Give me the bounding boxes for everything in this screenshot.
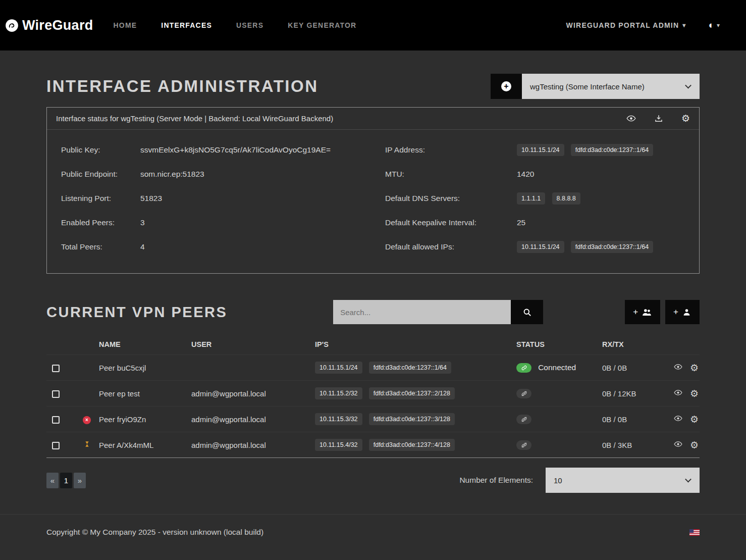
pagination-row: « 1 » Number of Elements: 10 (46, 468, 700, 493)
row-checkbox[interactable] (52, 416, 60, 424)
interface-settings-button[interactable]: ⚙ (681, 114, 690, 123)
add-interface-button[interactable]: + (491, 74, 522, 99)
peer-settings-button[interactable]: ⚙ (690, 440, 699, 450)
interface-status-title: Interface status for wgTesting (Server M… (56, 114, 333, 123)
view-peer-button[interactable] (674, 414, 682, 423)
table-row: Peer buC5cxjl 10.11.15.1/24 fdfd:d3ad:c0… (46, 355, 700, 381)
view-peer-button[interactable] (674, 363, 682, 371)
theme-toggle-icon: ◐ (708, 20, 714, 31)
peer-ip-badge: fdfd:d3ad:c0de:1237::2/128 (369, 387, 455, 399)
search-group (333, 300, 543, 324)
peer-name: Peer fryiO9Zn (99, 406, 191, 432)
plus-circle-icon: + (501, 81, 511, 91)
table-row: × Peer fryiO9Zn admin@wgportal.local 10.… (46, 406, 700, 432)
view-peer-button[interactable] (674, 440, 682, 448)
ip-address-label: IP Address: (385, 145, 517, 155)
plus-icon: + (673, 307, 678, 317)
user-dropdown[interactable]: WIREGUARD PORTAL ADMIN ▾ (566, 21, 686, 29)
view-peer-button[interactable] (674, 388, 682, 397)
peer-rxtx: 0B / 0B (602, 406, 665, 432)
allowed-ip-badge: 10.11.15.1/24 (517, 241, 564, 253)
table-row: Peer ep test admin@wgportal.local 10.11.… (46, 381, 700, 406)
add-multiple-peers-button[interactable]: + (625, 300, 660, 324)
eye-icon (674, 414, 682, 423)
dns-badge: 8.8.8.8 (552, 192, 580, 205)
column-header-user: USER (191, 333, 315, 355)
nav-item-key-generator[interactable]: KEY GENERATOR (276, 21, 368, 29)
multiple-users-icon (642, 307, 652, 318)
interface-status-card: Interface status for wgTesting (Server M… (46, 107, 700, 274)
search-input[interactable] (333, 300, 511, 324)
peer-ip-badge: 10.11.15.3/32 (315, 413, 362, 425)
allowed-ips-label: Default allowed IPs: (385, 242, 517, 251)
interface-select-value: wgTesting (Some Interface Name) (530, 82, 645, 91)
peer-user: admin@wgportal.local (191, 381, 315, 406)
search-icon (522, 308, 532, 317)
allowed-ip-badge: fdfd:d3ad:c0de:1237::1/64 (571, 241, 653, 253)
public-key-value: ssvmEelxG+k8jsNO5G7cq5r/Ak7liCodAvOyoCg1… (140, 145, 331, 155)
peer-settings-button[interactable]: ⚙ (690, 389, 699, 398)
interface-select[interactable]: wgTesting (Some Interface Name) (522, 74, 700, 99)
eye-icon (674, 363, 682, 371)
row-checkbox[interactable] (52, 442, 60, 449)
listening-port-label: Listening Port: (61, 194, 140, 203)
interface-controls: + wgTesting (Some Interface Name) (491, 74, 700, 99)
peer-name: Peer buC5cxjl (99, 355, 191, 381)
peer-name: Peer A/Xk4mML (99, 432, 191, 458)
column-header-name: NAME (99, 333, 191, 355)
nav-item-interfaces[interactable]: INTERFACES (149, 21, 224, 29)
peer-ip-badge: fdfd:d3ad:c0de:1237::3/128 (369, 413, 455, 425)
chevron-down-icon (685, 82, 691, 89)
nav-item-users[interactable]: USERS (224, 21, 276, 29)
column-header-ips: IP'S (315, 333, 516, 355)
navbar: WireGuard HOME INTERFACES USERS KEY GENE… (0, 0, 746, 50)
peers-table: NAME USER IP'S STATUS RX/TX Peer buC5cxj… (46, 333, 700, 457)
us-flag-language-icon[interactable] (689, 529, 700, 536)
keepalive-label: Default Keepalive Interval: (385, 218, 517, 227)
add-peer-button[interactable]: + (665, 300, 700, 324)
peer-rxtx: 0B / 3KB (602, 432, 665, 458)
add-peer-buttons: + + (625, 300, 700, 324)
brand-name: WireGuard (22, 18, 93, 33)
view-config-button[interactable] (626, 114, 636, 123)
row-checkbox[interactable] (52, 390, 60, 398)
page-size-label: Number of Elements: (459, 476, 533, 485)
row-checkbox[interactable] (52, 365, 60, 372)
peer-user: admin@wgportal.local (191, 406, 315, 432)
public-key-label: Public Key: (61, 145, 140, 155)
chevron-down-icon: ▾ (682, 22, 686, 29)
single-user-icon (682, 308, 691, 317)
keepalive-value: 25 (517, 218, 525, 227)
total-peers-value: 4 (140, 242, 145, 251)
chevron-down-icon (685, 476, 691, 483)
peer-settings-button[interactable]: ⚙ (690, 363, 699, 373)
pagination-next-button[interactable]: » (74, 473, 86, 488)
peer-ip-badge: fdfd:d3ad:c0de:1237::1/64 (369, 362, 451, 374)
download-config-button[interactable] (654, 114, 663, 123)
peer-ip-badge: 10.11.15.2/32 (315, 387, 362, 399)
chevron-down-icon: ▾ (717, 22, 720, 29)
pagination-page-1[interactable]: 1 (60, 473, 72, 488)
total-peers-label: Total Peers: (61, 242, 140, 251)
user-dropdown-label: WIREGUARD PORTAL ADMIN (566, 21, 679, 29)
nav-item-home[interactable]: HOME (113, 21, 149, 29)
peer-settings-button[interactable]: ⚙ (690, 415, 699, 424)
peer-rxtx: 0B / 12KB (602, 381, 665, 406)
column-header-status: STATUS (516, 333, 602, 355)
eye-icon (674, 388, 682, 397)
status-label: Connected (538, 363, 576, 372)
page-size-value: 10 (554, 476, 562, 485)
brand[interactable]: WireGuard (5, 18, 93, 33)
page-size-select[interactable]: 10 (546, 468, 700, 493)
peer-user: admin@wgportal.local (191, 432, 315, 458)
theme-toggle-dropdown[interactable]: ◐ ▾ (708, 20, 720, 31)
pagination-prev-button[interactable]: « (46, 473, 59, 488)
peer-expiring-icon (83, 440, 91, 448)
ip-badge: 10.11.15.1/24 (517, 144, 564, 156)
status-disconnected-icon (516, 389, 531, 398)
peer-user (191, 355, 315, 381)
peer-disabled-icon: × (83, 416, 91, 424)
column-header-rxtx: RX/TX (602, 333, 665, 355)
search-button[interactable] (511, 300, 543, 324)
peer-ip-badge: 10.11.15.1/24 (315, 362, 362, 374)
